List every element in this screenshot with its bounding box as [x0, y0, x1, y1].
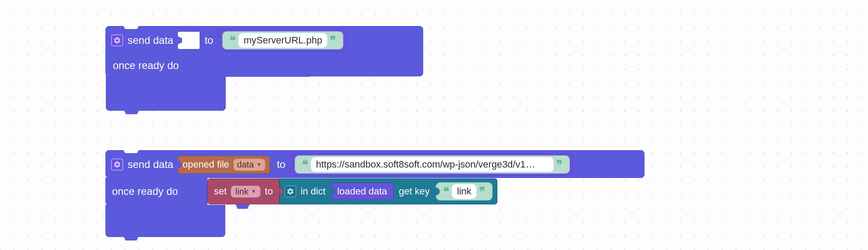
to-label: to	[204, 34, 213, 46]
once-ready-do-label: once ready do	[113, 59, 179, 72]
set-var-dropdown[interactable]: link ▼	[231, 186, 260, 197]
block-top-notch	[123, 26, 139, 30]
gear-icon[interactable]	[111, 158, 123, 171]
close-quote-icon: ❞	[554, 158, 565, 171]
gear-icon[interactable]	[284, 185, 296, 197]
inner-connection-tab	[236, 204, 250, 209]
gear-icon[interactable]	[111, 34, 123, 46]
opened-file-dropdown[interactable]: data ▼	[233, 159, 265, 171]
in-dict-block[interactable]: in dict loaded data get key ❝ link ❞	[279, 178, 497, 204]
block-bottom-tab	[123, 236, 139, 240]
set-var-block[interactable]: set link ▼ to in dict loaded data get ke…	[207, 178, 497, 204]
get-key-label: get key	[399, 186, 430, 197]
key-value[interactable]: link	[452, 184, 477, 199]
block-bottom-tab	[124, 110, 139, 114]
block-tail	[106, 76, 226, 111]
chevron-down-icon: ▼	[256, 161, 262, 168]
block-top-notch	[123, 150, 139, 154]
open-quote-icon: ❝	[441, 185, 452, 198]
opened-file-label: opened file	[182, 159, 229, 170]
inner-connection-tab	[236, 54, 250, 58]
once-ready-do-label: once ready do	[112, 185, 178, 197]
once-ready-row: once ready do	[105, 178, 207, 205]
url-value[interactable]: https://sandbox.soft8soft.com/wp-json/ve…	[311, 157, 554, 172]
open-quote-icon: ❝	[299, 158, 311, 171]
set-label: set	[214, 186, 227, 197]
chevron-down-icon: ▼	[251, 188, 256, 194]
puzzle-canvas[interactable]: send data to ❝ myServerURL.php ❞ once re…	[0, 0, 868, 250]
send-data-block-1[interactable]: send data to ❝ myServerURL.php ❞ once re…	[105, 26, 423, 76]
send-data-label: send data	[128, 34, 173, 46]
opened-file-block[interactable]: opened file data ▼	[178, 156, 270, 174]
text-literal-block[interactable]: ❝ myServerURL.php ❞	[217, 29, 346, 52]
variable-loaded-data[interactable]: loaded data	[331, 183, 394, 200]
close-quote-icon: ❞	[327, 34, 339, 47]
text-literal-block[interactable]: ❝ https://sandbox.soft8soft.com/wp-json/…	[290, 153, 573, 176]
url-value[interactable]: myServerURL.php	[238, 33, 327, 48]
send-data-block-2[interactable]: send data opened file data ▼ to ❝ https:…	[105, 150, 644, 178]
send-data-label: send data	[128, 158, 173, 171]
send-data-payload-slot[interactable]	[178, 31, 200, 49]
block-tail	[105, 205, 225, 237]
in-dict-label: in dict	[301, 186, 326, 197]
close-quote-icon: ❞	[477, 185, 488, 198]
set-var-block-body[interactable]: set link ▼ to	[207, 178, 279, 204]
open-quote-icon: ❝	[227, 34, 238, 47]
text-literal-block[interactable]: ❝ link ❞	[436, 182, 493, 201]
to-label: to	[277, 158, 286, 171]
set-to-label: to	[265, 186, 273, 197]
